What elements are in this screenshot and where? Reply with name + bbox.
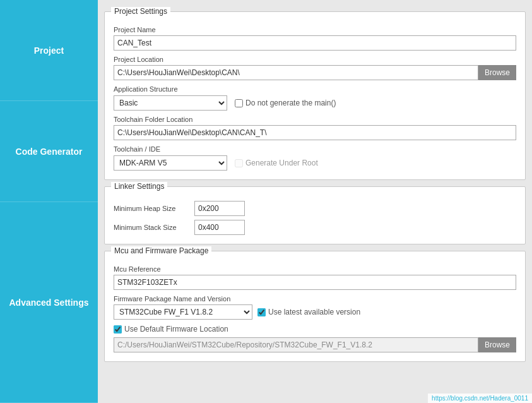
project-name-label: Project Name	[114, 26, 516, 33]
use-latest-text: Use latest available version	[268, 308, 360, 316]
mcu-firmware-section: Mcu and Firmware Package Mcu Reference F…	[104, 251, 526, 362]
toolchain-ide-label: Toolchain / IDE	[114, 145, 516, 153]
min-heap-row: Minimum Heap Size	[114, 201, 516, 216]
min-heap-input[interactable]	[194, 201, 245, 216]
do-not-generate-checkbox[interactable]	[235, 99, 243, 107]
use-default-fw-label[interactable]: Use Default Firmware Location	[114, 325, 516, 334]
linker-settings-title: Linker Settings	[111, 182, 167, 191]
app-structure-group: Application Structure Basic Advanced Do …	[114, 85, 516, 111]
min-stack-row: Minimum Stack Size	[114, 220, 516, 235]
generate-under-root-label[interactable]: Generate Under Root	[235, 159, 318, 167]
fw-location-row: Browse	[114, 337, 516, 352]
toolchain-folder-group: Toolchain Folder Location	[114, 116, 516, 140]
project-location-row: Browse	[114, 65, 516, 80]
toolchain-ide-row: MDK-ARM V5 MDK-ARM V4 EWARM SW4STM32 Gen…	[114, 155, 516, 171]
generate-under-root-text: Generate Under Root	[245, 159, 318, 167]
url-bar: https://blog.csdn.net/Hadera_0011	[428, 394, 532, 403]
do-not-generate-label: Do not generate the main()	[245, 99, 336, 107]
generate-under-root-checkbox[interactable]	[235, 159, 243, 167]
sidebar: Project Code Generator Advanced Settings	[0, 0, 98, 403]
sidebar-item-advanced-settings[interactable]: Advanced Settings	[0, 202, 98, 403]
toolchain-folder-input[interactable]	[114, 125, 516, 140]
main-content: Project Settings Project Name Project Lo…	[98, 0, 532, 403]
project-location-input[interactable]	[114, 65, 478, 80]
linker-settings-section: Linker Settings Minimum Heap Size Minimu…	[104, 186, 526, 244]
mcu-ref-input[interactable]	[114, 275, 516, 290]
app-structure-row: Basic Advanced Do not generate the main(…	[114, 95, 516, 111]
min-heap-label: Minimum Heap Size	[114, 205, 189, 212]
use-default-fw-checkbox[interactable]	[114, 325, 122, 334]
use-latest-checkbox[interactable]	[257, 308, 266, 316]
app-structure-label: Application Structure	[114, 85, 516, 93]
min-stack-input[interactable]	[194, 220, 245, 235]
app-structure-select[interactable]: Basic Advanced	[114, 95, 227, 111]
toolchain-ide-group: Toolchain / IDE MDK-ARM V5 MDK-ARM V4 EW…	[114, 145, 516, 171]
mcu-ref-group: Mcu Reference	[114, 265, 516, 290]
project-location-group: Project Location Browse	[114, 56, 516, 80]
use-default-fw-row: Use Default Firmware Location	[114, 325, 516, 334]
sidebar-item-project[interactable]: Project	[0, 0, 98, 101]
sidebar-item-code-generator[interactable]: Code Generator	[0, 101, 98, 202]
fw-location-group: Browse	[114, 337, 516, 352]
fw-package-label: Firmware Package Name and Version	[114, 295, 516, 303]
project-settings-section: Project Settings Project Name Project Lo…	[104, 11, 526, 180]
use-latest-label[interactable]: Use latest available version	[257, 308, 360, 316]
use-default-fw-text: Use Default Firmware Location	[124, 325, 228, 334]
sidebar-item-project-label: Project	[34, 45, 64, 56]
project-location-browse-button[interactable]: Browse	[478, 65, 516, 80]
toolchain-ide-select[interactable]: MDK-ARM V5 MDK-ARM V4 EWARM SW4STM32	[114, 155, 227, 171]
fw-package-group: Firmware Package Name and Version STM32C…	[114, 295, 516, 320]
url-text: https://blog.csdn.net/Hadera_0011	[432, 395, 528, 402]
sidebar-item-advanced-settings-label: Advanced Settings	[9, 298, 88, 308]
mcu-ref-label: Mcu Reference	[114, 265, 516, 273]
project-location-label: Project Location	[114, 56, 516, 63]
project-name-group: Project Name	[114, 26, 516, 51]
fw-location-browse-button[interactable]: Browse	[478, 337, 516, 352]
min-stack-label: Minimum Stack Size	[114, 224, 189, 231]
project-name-input[interactable]	[114, 35, 516, 51]
fw-package-select[interactable]: STM32Cube FW_F1 V1.8.2	[114, 304, 252, 320]
sidebar-item-code-generator-label: Code Generator	[16, 147, 83, 157]
mcu-firmware-title: Mcu and Firmware Package	[111, 246, 211, 255]
do-not-generate-checkbox-label[interactable]: Do not generate the main()	[235, 99, 336, 107]
project-settings-title: Project Settings	[111, 7, 170, 16]
toolchain-folder-label: Toolchain Folder Location	[114, 116, 516, 123]
fw-location-input[interactable]	[114, 337, 478, 352]
fw-package-row: STM32Cube FW_F1 V1.8.2 Use latest availa…	[114, 304, 516, 320]
